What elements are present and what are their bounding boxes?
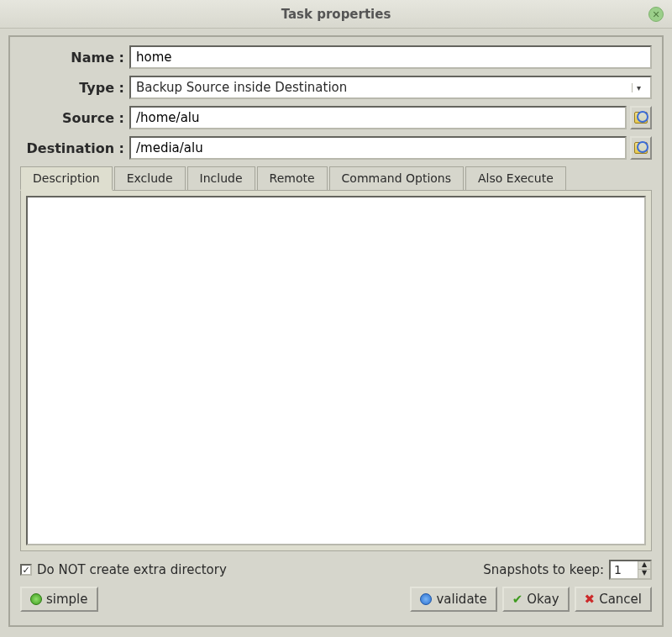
snapshots-spinner[interactable]: 1 ▲ ▼ xyxy=(609,560,652,580)
cancel-button-label: Cancel xyxy=(599,592,642,607)
tab-description[interactable]: Description xyxy=(20,166,113,191)
tab-also-execute[interactable]: Also Execute xyxy=(465,166,566,190)
close-button[interactable]: ✕ xyxy=(648,7,664,22)
options-row: ✓ Do NOT create extra directory Snapshot… xyxy=(20,560,652,580)
snapshots-option: Snapshots to keep: 1 ▲ ▼ xyxy=(483,560,652,580)
titlebar: Task properties ✕ xyxy=(0,0,672,29)
no-extra-dir-option[interactable]: ✓ Do NOT create extra directory xyxy=(20,562,227,577)
type-row: Type : Backup Source inside Destination … xyxy=(20,76,652,99)
name-label: Name : xyxy=(20,50,129,66)
name-input[interactable] xyxy=(129,45,652,69)
button-row: simple validate ✔ Okay ✖ Cancel xyxy=(20,587,652,612)
snapshots-value[interactable]: 1 xyxy=(611,561,638,578)
type-value: Backup Source inside Destination xyxy=(136,80,347,95)
chevron-down-icon: ▾ xyxy=(632,83,645,92)
type-label: Type : xyxy=(20,80,129,96)
folder-browse-icon xyxy=(634,112,648,124)
source-row: Source : xyxy=(20,106,652,129)
tab-exclude[interactable]: Exclude xyxy=(114,166,186,190)
info-icon xyxy=(420,593,432,605)
simple-button-label: simple xyxy=(46,592,88,607)
destination-browse-button[interactable] xyxy=(630,136,652,160)
source-browse-button[interactable] xyxy=(630,106,652,129)
no-extra-dir-checkbox[interactable]: ✓ xyxy=(20,564,32,576)
refresh-icon xyxy=(30,593,42,605)
action-buttons: validate ✔ Okay ✖ Cancel xyxy=(410,587,652,612)
type-select[interactable]: Backup Source inside Destination ▾ xyxy=(129,76,652,99)
destination-row: Destination : xyxy=(20,136,652,160)
no-extra-dir-label: Do NOT create extra directory xyxy=(37,562,227,577)
spinner-down-button[interactable]: ▼ xyxy=(638,570,650,578)
check-icon: ✔ xyxy=(512,592,523,607)
validate-button-label: validate xyxy=(436,592,486,607)
description-textarea[interactable] xyxy=(26,196,646,545)
window-title: Task properties xyxy=(281,7,391,22)
dialog-frame: Name : Type : Backup Source inside Desti… xyxy=(8,35,664,627)
destination-label: Destination : xyxy=(20,140,129,156)
snapshots-label: Snapshots to keep: xyxy=(483,562,604,577)
destination-input[interactable] xyxy=(129,136,627,160)
name-row: Name : xyxy=(20,45,652,69)
tab-bar: Description Exclude Include Remote Comma… xyxy=(20,166,652,190)
folder-browse-icon xyxy=(634,142,648,154)
source-input[interactable] xyxy=(129,106,627,129)
spinner-buttons: ▲ ▼ xyxy=(638,561,650,578)
tab-remote[interactable]: Remote xyxy=(257,166,328,190)
cancel-button[interactable]: ✖ Cancel xyxy=(575,587,652,612)
okay-button[interactable]: ✔ Okay xyxy=(502,587,570,612)
okay-button-label: Okay xyxy=(527,592,559,607)
tab-include[interactable]: Include xyxy=(187,166,255,190)
simple-button[interactable]: simple xyxy=(20,587,98,612)
tab-panel xyxy=(20,190,652,551)
tab-command-options[interactable]: Command Options xyxy=(329,166,464,190)
close-icon: ✖ xyxy=(585,592,596,607)
validate-button[interactable]: validate xyxy=(410,587,496,612)
source-label: Source : xyxy=(20,110,129,126)
